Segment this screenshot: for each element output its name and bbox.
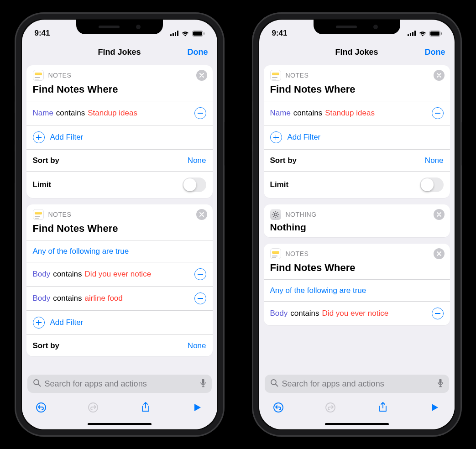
sort-by-row[interactable]: Sort by None	[26, 149, 213, 171]
home-indicator[interactable]	[259, 418, 455, 429]
notes-app-icon	[270, 70, 281, 81]
action-card-nothing: NOTHING Nothing	[264, 204, 450, 237]
svg-line-29	[277, 212, 278, 213]
filter-group-row[interactable]: Any of the following are true	[26, 240, 213, 262]
add-filter-label: Add Filter	[50, 318, 84, 327]
svg-point-7	[34, 380, 39, 385]
redo-button[interactable]	[323, 400, 338, 415]
add-filter-row[interactable]: Add Filter	[26, 310, 213, 334]
filter-value[interactable]: Standup ideas	[325, 109, 375, 118]
share-button[interactable]	[376, 400, 390, 415]
svg-line-28	[273, 216, 274, 217]
action-title: Find Notes Where	[26, 220, 213, 240]
remove-filter-button[interactable]	[432, 107, 444, 119]
remove-action-button[interactable]	[196, 209, 207, 220]
add-filter-label: Add Filter	[50, 133, 84, 142]
filter-row[interactable]: Name contains Standup ideas	[26, 101, 213, 125]
filter-group-row[interactable]: Any of the following are true	[264, 279, 450, 301]
app-label: NOTES	[286, 72, 309, 79]
filter-value[interactable]: Standup ideas	[88, 109, 137, 118]
search-input[interactable]: Search for apps and actions	[265, 375, 449, 393]
remove-action-button[interactable]	[434, 209, 445, 220]
filter-field[interactable]: Name	[33, 109, 53, 118]
wifi-icon	[418, 31, 427, 37]
svg-point-21	[274, 213, 277, 216]
run-button[interactable]	[190, 400, 205, 415]
add-filter-icon[interactable]	[270, 131, 282, 143]
filter-op[interactable]: contains	[290, 309, 319, 318]
filter-value[interactable]: airline food	[85, 294, 123, 303]
filter-op[interactable]: contains	[53, 294, 82, 303]
undo-button[interactable]	[271, 400, 286, 415]
svg-rect-16	[412, 32, 413, 36]
done-button[interactable]: Done	[188, 47, 208, 57]
search-input[interactable]: Search for apps and actions	[27, 375, 212, 393]
remove-filter-button[interactable]	[194, 268, 206, 280]
limit-label: Limit	[270, 180, 289, 189]
filter-field[interactable]: Body	[270, 309, 288, 318]
limit-row: Limit	[26, 171, 213, 198]
remove-filter-button[interactable]	[194, 292, 206, 304]
filter-field[interactable]: Body	[33, 270, 51, 279]
filter-group-label[interactable]: Any of the following are true	[270, 286, 366, 295]
svg-rect-15	[410, 33, 411, 37]
filter-row[interactable]: Body contains Did you ever notice	[264, 301, 450, 325]
remove-action-button[interactable]	[434, 70, 445, 81]
filter-field[interactable]: Body	[33, 294, 51, 303]
redo-button[interactable]	[86, 400, 100, 415]
svg-rect-6	[204, 32, 204, 35]
limit-toggle[interactable]	[183, 178, 206, 192]
cellular-icon	[408, 31, 416, 36]
app-label: NOTES	[48, 211, 72, 218]
sort-by-value[interactable]: None	[425, 156, 444, 165]
home-indicator[interactable]	[22, 418, 217, 429]
remove-filter-button[interactable]	[194, 107, 206, 119]
dictate-icon[interactable]	[200, 378, 206, 390]
sort-by-value[interactable]: None	[188, 156, 206, 165]
filter-group-label[interactable]: Any of the following are true	[33, 247, 129, 256]
limit-label: Limit	[33, 180, 52, 189]
battery-icon	[429, 31, 442, 37]
done-button[interactable]: Done	[425, 47, 445, 57]
remove-filter-button[interactable]	[432, 308, 444, 319]
search-placeholder: Search for apps and actions	[45, 379, 196, 389]
svg-point-35	[274, 403, 283, 412]
filter-value[interactable]: Did you ever notice	[85, 270, 152, 279]
filter-op[interactable]: contains	[293, 109, 322, 118]
add-filter-row[interactable]: Add Filter	[264, 125, 450, 149]
filter-row[interactable]: Name contains Standup ideas	[264, 101, 450, 125]
status-time: 9:41	[272, 29, 288, 38]
filter-op[interactable]: contains	[53, 270, 82, 279]
add-filter-row[interactable]: Add Filter	[26, 125, 213, 149]
add-filter-icon[interactable]	[33, 317, 45, 329]
filter-row[interactable]: Body contains airline food	[26, 286, 213, 310]
filter-field[interactable]: Name	[270, 109, 291, 118]
filter-op[interactable]: contains	[56, 109, 85, 118]
phone-right: 9:41 Find Jokes Done	[252, 12, 462, 437]
action-title: Find Notes Where	[26, 81, 213, 101]
remove-action-button[interactable]	[196, 70, 207, 81]
status-time: 9:41	[35, 29, 50, 38]
svg-point-30	[271, 380, 276, 385]
sort-by-row[interactable]: Sort by None	[26, 334, 213, 356]
sort-by-label: Sort by	[33, 341, 60, 350]
undo-button[interactable]	[34, 400, 48, 415]
search-icon	[270, 379, 278, 389]
action-card-find-notes-2: NOTES Find Notes Where Any of the follow…	[26, 204, 213, 356]
filter-row[interactable]: Body contains Did you ever notice	[26, 262, 213, 286]
wifi-icon	[181, 31, 189, 37]
sort-by-row[interactable]: Sort by None	[264, 149, 450, 171]
limit-toggle[interactable]	[420, 178, 444, 192]
svg-rect-5	[193, 31, 202, 36]
add-filter-icon[interactable]	[33, 131, 45, 143]
share-button[interactable]	[138, 400, 153, 415]
remove-action-button[interactable]	[434, 248, 445, 259]
dictate-icon[interactable]	[437, 378, 444, 390]
run-button[interactable]	[428, 400, 442, 415]
filter-value[interactable]: Did you ever notice	[322, 309, 389, 318]
phone-left: 9:41 Find Jokes Done	[15, 12, 225, 437]
app-label: NOTHING	[286, 211, 317, 218]
cellular-icon	[170, 31, 178, 36]
sort-by-value[interactable]: None	[188, 341, 206, 350]
action-title: Nothing	[264, 220, 450, 237]
